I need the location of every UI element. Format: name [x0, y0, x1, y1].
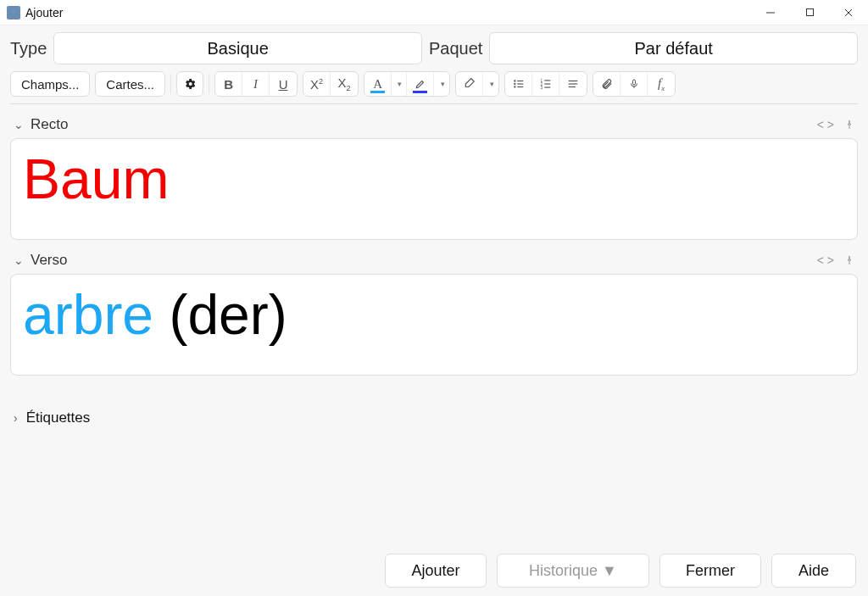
- svg-rect-7: [517, 83, 523, 84]
- svg-rect-17: [569, 83, 578, 84]
- gear-icon: [183, 77, 197, 91]
- text-color-dropdown[interactable]: [392, 72, 407, 96]
- type-value: Basique: [208, 39, 269, 58]
- cards-button[interactable]: Cartes...: [95, 71, 165, 97]
- pin-button[interactable]: [844, 254, 854, 266]
- close-dialog-button[interactable]: Fermer: [659, 554, 761, 588]
- deck-selector[interactable]: Par défaut: [489, 32, 858, 64]
- fields-button[interactable]: Champs...: [10, 71, 90, 97]
- chevron-right-icon: ›: [14, 411, 18, 425]
- svg-text:3: 3: [540, 86, 542, 90]
- paperclip-icon: [601, 77, 613, 91]
- title-bar: Ajouter: [0, 0, 868, 25]
- settings-button[interactable]: [176, 71, 203, 97]
- subscript-button[interactable]: X2: [331, 72, 358, 96]
- text-color-icon: A: [373, 77, 382, 92]
- number-list-icon: 123: [540, 78, 552, 90]
- number-list-button[interactable]: 123: [532, 72, 559, 96]
- type-selector[interactable]: Basique: [53, 32, 422, 64]
- svg-rect-15: [544, 87, 550, 88]
- highlight-color-swatch: [413, 91, 427, 93]
- eraser-button[interactable]: [456, 72, 483, 96]
- recto-label: Recto: [31, 116, 68, 133]
- record-button[interactable]: [620, 72, 648, 96]
- tags-label: Étiquettes: [26, 409, 91, 426]
- bullet-list-button[interactable]: [505, 72, 532, 96]
- html-toggle-button[interactable]: < >: [817, 118, 834, 131]
- svg-rect-1: [806, 9, 813, 16]
- window-title: Ajouter: [25, 6, 63, 19]
- microphone-icon: [629, 77, 639, 91]
- verso-header[interactable]: ⌄ Verso < >: [10, 247, 858, 274]
- svg-point-8: [514, 86, 515, 87]
- align-button[interactable]: [559, 72, 587, 96]
- recto-header[interactable]: ⌄ Recto < >: [10, 111, 858, 138]
- align-icon: [567, 78, 579, 90]
- help-button[interactable]: Aide: [771, 554, 856, 588]
- svg-point-6: [514, 83, 515, 85]
- bold-icon: B: [224, 77, 233, 92]
- verso-word1: arbre: [23, 283, 153, 346]
- highlight-button[interactable]: [407, 72, 434, 96]
- bold-button[interactable]: B: [215, 72, 242, 96]
- text-color-swatch: [370, 91, 385, 93]
- list-group: 123: [504, 71, 587, 97]
- color-group: A: [364, 71, 450, 97]
- eraser-icon: [463, 78, 476, 90]
- verso-label: Verso: [31, 252, 67, 269]
- svg-rect-16: [569, 81, 578, 81]
- bullet-list-icon: [513, 78, 525, 90]
- minimize-button[interactable]: [751, 0, 790, 25]
- app-icon: [7, 6, 20, 19]
- type-label: Type: [10, 39, 47, 58]
- subscript-icon: X2: [338, 75, 351, 92]
- svg-rect-18: [569, 86, 576, 87]
- verso-editor[interactable]: arbre (der): [10, 274, 858, 376]
- recto-editor[interactable]: Baum: [10, 138, 858, 240]
- superscript-button[interactable]: X2: [303, 72, 331, 96]
- verso-field-section: ⌄ Verso < > arbre (der): [0, 240, 868, 376]
- underline-icon: U: [279, 77, 288, 92]
- clear-group: [455, 71, 499, 97]
- insert-group: fx: [593, 71, 676, 97]
- editor-toolbar: Champs... Cartes... B I U X2 X2 A: [0, 68, 868, 103]
- text-style-group: B I U: [214, 71, 298, 97]
- verso-content: arbre (der): [23, 287, 845, 343]
- attach-button[interactable]: [593, 72, 620, 96]
- highlight-dropdown[interactable]: [434, 72, 449, 96]
- svg-rect-19: [632, 80, 635, 85]
- svg-rect-13: [544, 83, 550, 84]
- text-color-button[interactable]: A: [364, 72, 392, 96]
- deck-value: Par défaut: [635, 39, 713, 58]
- underline-button[interactable]: U: [270, 72, 297, 96]
- deck-label: Paquet: [429, 39, 482, 58]
- type-deck-row: Type Basique Paquet Par défaut: [0, 25, 868, 68]
- html-toggle-button[interactable]: < >: [817, 253, 834, 267]
- window-controls: [751, 0, 868, 25]
- svg-point-4: [514, 80, 515, 81]
- function-icon: fx: [658, 76, 665, 92]
- chevron-down-icon: ⌄: [14, 253, 24, 267]
- italic-button[interactable]: I: [242, 72, 270, 96]
- superscript-icon: X2: [310, 77, 323, 92]
- svg-rect-5: [517, 81, 523, 81]
- add-button[interactable]: Ajouter: [385, 554, 487, 588]
- separator: [170, 74, 171, 94]
- bottom-bar: Ajouter Historique ▼ Fermer Aide: [385, 554, 856, 588]
- recto-content: Baum: [23, 151, 845, 207]
- separator: [209, 74, 209, 94]
- chevron-down-icon: ⌄: [14, 118, 24, 131]
- italic-icon: I: [253, 77, 258, 92]
- close-button[interactable]: [829, 0, 868, 25]
- highlighter-icon: [415, 78, 426, 90]
- script-group: X2 X2: [303, 71, 359, 97]
- svg-rect-9: [517, 86, 523, 87]
- pin-button[interactable]: [844, 119, 854, 131]
- maximize-button[interactable]: [790, 0, 829, 25]
- tags-section[interactable]: › Étiquettes: [0, 376, 868, 426]
- history-button[interactable]: Historique ▼: [497, 554, 649, 588]
- recto-field-section: ⌄ Recto < > Baum: [0, 104, 868, 240]
- equation-button[interactable]: fx: [648, 72, 675, 96]
- eraser-dropdown[interactable]: [483, 72, 498, 96]
- svg-rect-11: [544, 80, 550, 81]
